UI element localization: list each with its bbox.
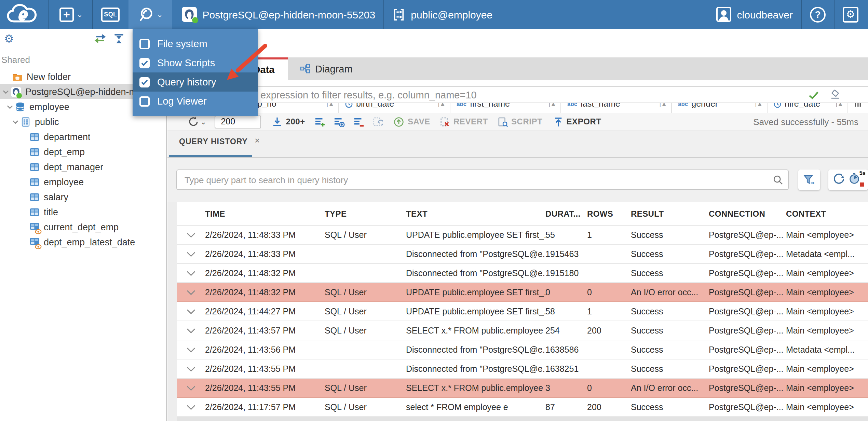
duplicate-row-button[interactable] [334, 117, 345, 127]
col-rows[interactable]: ROWS [587, 209, 631, 218]
delete-row-button[interactable] [354, 117, 365, 127]
history-row[interactable]: 2/26/2024, 11:17:57 PM SQL / User select… [167, 398, 868, 417]
active-connection-button[interactable]: PostgreSQL@ep-hidden-moon-55203 [182, 7, 375, 22]
column-header-hire-date[interactable]: hire_date |▲ [768, 103, 848, 113]
history-row-error[interactable]: 2/26/2024, 11:43:55 PM SQL / User SELECT… [167, 379, 868, 398]
col-duration[interactable]: DURAT... [545, 209, 587, 218]
cloudbeaver-logo-icon[interactable] [5, 2, 41, 27]
expand-chevron-icon[interactable] [177, 366, 205, 371]
tree-item-table-department[interactable]: department [0, 129, 166, 144]
col-context[interactable]: CONTEXT [786, 209, 868, 218]
table-icon [29, 162, 40, 172]
expand-chevron-icon[interactable] [177, 328, 205, 333]
expand-chevron-icon[interactable] [177, 309, 205, 314]
user-menu-button[interactable]: cloudbeaver [717, 7, 793, 22]
cell-rows: 200 [587, 326, 631, 335]
tree-item-schema-public[interactable]: public [0, 114, 166, 129]
column-label: first_name [470, 103, 510, 109]
column-header-first-name[interactable]: abc first_name |▲ [450, 103, 561, 113]
cell-text: select * FROM employee e [406, 402, 545, 412]
tree-item-table-employee[interactable]: employee [0, 174, 166, 189]
chevron-down-icon[interactable] [3, 89, 11, 94]
sort-icon[interactable]: |▲ [660, 103, 667, 107]
fetch-size-input[interactable] [215, 115, 261, 128]
sort-icon[interactable]: |▲ [327, 103, 335, 107]
refresh-button[interactable]: ⌄ [188, 116, 206, 127]
history-row[interactable]: 2/26/2024, 11:48:33 PM Disconnected from… [167, 245, 868, 264]
string-type-icon: abc [567, 103, 577, 107]
menu-item-log-viewer[interactable]: Log Viewer [133, 92, 258, 111]
new-object-button[interactable]: + ⌄ [59, 7, 83, 22]
tree-item-view-current-dept-emp[interactable]: current_dept_emp [0, 219, 166, 234]
history-row[interactable]: 2/26/2024, 11:43:55 PM Disconnected from… [167, 359, 868, 379]
tree-item-table-salary[interactable]: salary [0, 189, 166, 204]
sql-editor-button[interactable]: SQL [101, 7, 120, 22]
query-history-search-input[interactable] [176, 169, 789, 190]
tab-diagram[interactable]: Diagram [288, 57, 365, 80]
tab-query-history[interactable]: QUERY HISTORY × [179, 137, 260, 146]
tree-item-table-dept-emp[interactable]: dept_emp [0, 144, 166, 159]
history-row[interactable]: 2/26/2024, 11:48:33 PM SQL / User UPDATE… [167, 226, 868, 245]
col-time[interactable]: TIME [205, 209, 325, 218]
cell-time: 2/26/2024, 11:43:55 PM [205, 364, 325, 374]
filter-input[interactable] [167, 87, 868, 103]
fetch-more-button[interactable]: 200+ [272, 117, 305, 127]
expand-chevron-icon[interactable] [177, 347, 205, 352]
menu-item-query-history[interactable]: Query history [133, 72, 258, 92]
history-row[interactable]: 2/26/2024, 11:44:27 PM SQL / User UPDATE… [167, 302, 868, 321]
menu-item-file-system[interactable]: File system [133, 34, 258, 53]
chevron-down-icon[interactable] [12, 119, 21, 124]
history-row[interactable]: 2/26/2024, 11:48:32 PM Disconnected from… [167, 264, 868, 283]
column-header-birth-date[interactable]: birth_date |▲ [339, 103, 450, 113]
cell-time: 2/26/2024, 11:48:32 PM [205, 268, 325, 278]
help-button[interactable]: ? [810, 6, 826, 22]
menu-item-show-scripts[interactable]: Show Scripts [133, 53, 258, 72]
save-button[interactable]: SAVE [394, 117, 430, 127]
tree-item-view-dept-emp-latest-date[interactable]: dept_emp_latest_date [0, 234, 166, 249]
collapse-all-icon[interactable] [113, 33, 124, 46]
generate-script-button[interactable] [373, 117, 383, 127]
auto-refresh-timer-button[interactable]: 5s [849, 172, 864, 187]
sort-icon[interactable]: |▲ [836, 103, 844, 107]
sort-icon[interactable]: |▲ [755, 103, 763, 107]
expand-chevron-icon[interactable] [177, 289, 205, 295]
refresh-history-button[interactable] [832, 172, 845, 188]
tree-item-table-dept-manager[interactable]: dept_manager [0, 159, 166, 174]
export-button[interactable]: EXPORT [554, 117, 601, 127]
expand-chevron-icon[interactable] [177, 232, 205, 237]
history-row[interactable]: 2/26/2024, 11:43:57 PM SQL / User SELECT… [167, 321, 868, 340]
expand-chevron-icon[interactable] [177, 251, 205, 257]
apply-filter-icon[interactable] [809, 90, 819, 103]
col-connection[interactable]: CONNECTION [709, 209, 786, 218]
revert-button[interactable]: REVERT [440, 117, 488, 127]
user-icon [717, 7, 732, 22]
cell-connection: PostgreSQL@ep-... [709, 326, 786, 335]
history-row-error[interactable]: 2/26/2024, 11:48:32 PM SQL / User UPDATE… [167, 283, 868, 302]
column-config-icon[interactable] [854, 103, 861, 108]
settings-button[interactable]: ⚙ [843, 6, 858, 22]
close-icon[interactable]: × [255, 137, 260, 144]
column-header-last-name[interactable]: abc last_name |▲ [561, 103, 672, 113]
sync-connection-icon[interactable] [94, 33, 106, 46]
sort-icon[interactable]: |▲ [438, 103, 446, 107]
col-text[interactable]: TEXT [406, 209, 545, 218]
expand-chevron-icon[interactable] [177, 404, 205, 410]
tree-item-table-title[interactable]: title [0, 204, 166, 219]
expand-chevron-icon[interactable] [177, 270, 205, 276]
col-result[interactable]: RESULT [631, 209, 709, 218]
filter-button[interactable] [798, 169, 820, 190]
expand-chevron-icon[interactable] [177, 385, 205, 391]
script-button[interactable]: SCRIPT [498, 117, 543, 127]
chevron-down-icon[interactable] [7, 104, 15, 109]
tools-menu-button[interactable]: ⌄ [128, 0, 172, 29]
col-type[interactable]: TYPE [325, 209, 406, 218]
history-row[interactable]: 2/26/2024, 11:43:56 PM Disconnected from… [167, 340, 868, 359]
cell-text: UPDATE public.employee SET first_... [406, 287, 545, 297]
navigator-settings-icon[interactable]: ⚙ [4, 32, 14, 45]
scroll-track[interactable] [167, 417, 868, 421]
sort-icon[interactable]: |▲ [549, 103, 557, 107]
add-row-button[interactable] [315, 117, 326, 127]
eraser-icon[interactable] [830, 90, 841, 103]
column-header-gender[interactable]: abc gender |▲ [672, 103, 768, 113]
schema-selector-button[interactable]: public@employee [392, 8, 492, 21]
